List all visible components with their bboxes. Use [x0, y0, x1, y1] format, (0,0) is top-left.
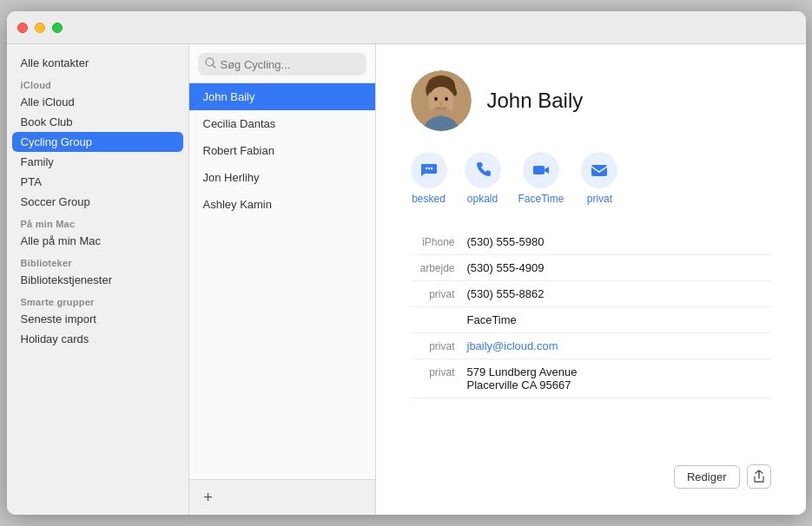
svg-line-1	[213, 65, 215, 68]
svg-point-9	[427, 168, 429, 169]
sidebar-section-biblioteker: Biblioteker	[7, 251, 188, 270]
field-value-privat-address[interactable]: 579 Lundberg AvenuePlacerville CA 95667	[467, 365, 771, 391]
message-icon	[411, 152, 447, 188]
action-label-besked: besked	[412, 193, 446, 205]
field-label-privat-email: privat	[411, 339, 467, 352]
minimize-button[interactable]	[35, 23, 45, 33]
field-value-privat-email[interactable]: jbaily@icloud.com	[467, 339, 771, 352]
contact-item-robert-fabian[interactable]: Robert Fabian	[189, 137, 375, 164]
sidebar: Alle kontakter iCloud Alle iCloud Book C…	[7, 44, 189, 515]
search-wrapper[interactable]	[198, 53, 366, 76]
contact-list-footer: +	[189, 479, 375, 515]
sidebar-section-smarte-grupper: Smarte grupper	[7, 290, 188, 309]
add-contact-button[interactable]: +	[198, 487, 219, 508]
field-arbejde: arbejde (530) 555-4909	[411, 255, 771, 281]
svg-point-5	[434, 97, 438, 101]
action-label-facetime: FaceTime	[518, 193, 564, 205]
field-value-arbejde[interactable]: (530) 555-4909	[467, 261, 771, 274]
phone-icon	[465, 152, 501, 188]
sidebar-item-cycling-group[interactable]: Cycling Group	[12, 132, 183, 152]
share-button[interactable]	[747, 464, 771, 489]
contact-item-ashley-kamin[interactable]: Ashley Kamin	[189, 191, 375, 218]
close-button[interactable]	[17, 23, 28, 33]
contact-item-john-baily[interactable]: John Baily	[189, 83, 375, 110]
field-privat-address: privat 579 Lundberg AvenuePlacerville CA…	[411, 359, 771, 398]
field-label-arbejde: arbejde	[411, 261, 467, 274]
traffic-lights	[17, 23, 63, 33]
field-label-facetime-space	[411, 313, 467, 326]
avatar	[411, 70, 472, 131]
action-label-opkald: opkald	[467, 193, 498, 205]
contact-item-jon-herlihy[interactable]: Jon Herlihy	[189, 164, 375, 191]
zoom-button[interactable]	[52, 23, 63, 33]
contact-header: John Baily	[411, 70, 771, 131]
action-btn-opkald[interactable]: opkald	[465, 152, 501, 205]
svg-point-10	[430, 168, 432, 169]
sidebar-item-family[interactable]: Family	[7, 152, 188, 172]
main-window: Alle kontakter iCloud Alle iCloud Book C…	[7, 11, 806, 515]
field-label-privat-address: privat	[411, 365, 467, 378]
action-label-privat: privat	[587, 193, 612, 205]
detail-panel: John Baily besked	[376, 44, 806, 515]
field-label-privat-phone: privat	[411, 287, 467, 300]
field-value-iphone[interactable]: (530) 555-5980	[467, 235, 771, 248]
field-facetime: FaceTime	[411, 307, 771, 333]
action-btn-facetime[interactable]: FaceTime	[518, 152, 564, 205]
action-buttons: besked opkald	[411, 152, 771, 205]
field-value-facetime[interactable]: FaceTime	[467, 313, 517, 326]
contacts: John Baily Cecilia Dantas Robert Fabian …	[189, 83, 375, 479]
search-input[interactable]	[221, 58, 360, 71]
sidebar-section-icloud: iCloud	[7, 73, 188, 92]
sidebar-item-alle-kontakter[interactable]: Alle kontakter	[7, 53, 188, 73]
sidebar-item-seneste-import[interactable]: Seneste import	[7, 309, 188, 329]
sidebar-item-alle-icloud[interactable]: Alle iCloud	[7, 92, 188, 112]
sidebar-item-book-club[interactable]: Book Club	[7, 112, 188, 132]
main-content: Alle kontakter iCloud Alle iCloud Book C…	[7, 44, 806, 515]
titlebar	[7, 11, 806, 44]
sidebar-item-bibliotekstjenester[interactable]: Bibliotekstjenester	[7, 270, 188, 290]
video-icon	[523, 152, 559, 188]
field-iphone: iPhone (530) 555-5980	[411, 229, 771, 255]
field-privat-email: privat jbaily@icloud.com	[411, 333, 771, 359]
field-value-privat-phone[interactable]: (530) 555-8862	[467, 287, 771, 300]
svg-point-8	[425, 168, 426, 169]
sidebar-section-paa-min-mac: På min Mac	[7, 212, 188, 231]
svg-point-6	[445, 97, 448, 101]
svg-point-7	[432, 106, 450, 116]
sidebar-item-pta[interactable]: PTA	[7, 172, 188, 192]
contact-list-panel: John Baily Cecilia Dantas Robert Fabian …	[189, 44, 376, 515]
svg-rect-11	[533, 166, 545, 174]
field-label-iphone: iPhone	[411, 235, 467, 248]
svg-rect-12	[591, 165, 607, 176]
mail-icon	[581, 152, 617, 188]
sidebar-item-holiday-cards[interactable]: Holiday cards	[7, 329, 188, 349]
action-btn-besked[interactable]: besked	[411, 152, 447, 205]
sidebar-item-alle-paa-min-mac[interactable]: Alle på min Mac	[7, 231, 188, 251]
edit-button[interactable]: Rediger	[674, 465, 740, 489]
action-btn-privat[interactable]: privat	[581, 152, 617, 205]
contact-name: John Baily	[487, 89, 584, 113]
search-icon	[205, 56, 216, 72]
field-privat-phone: privat (530) 555-8862	[411, 281, 771, 307]
search-bar	[189, 44, 375, 83]
contact-item-cecilia-dantas[interactable]: Cecilia Dantas	[189, 110, 375, 137]
sidebar-item-soccer-group[interactable]: Soccer Group	[7, 192, 188, 212]
detail-footer: Rediger	[411, 447, 771, 489]
